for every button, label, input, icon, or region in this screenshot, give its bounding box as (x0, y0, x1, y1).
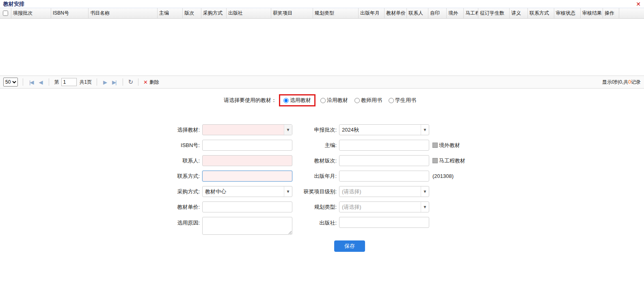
purchase-value: 教材中心 (203, 188, 284, 195)
radio-option-continued-textbook[interactable]: 沿用教材 (320, 97, 348, 104)
publisher-input[interactable] (339, 217, 429, 228)
select-textbook-select[interactable]: ▼ (202, 124, 292, 135)
select-all-cell (0, 8, 11, 18)
page-label-prefix: 第 (54, 79, 59, 86)
radio-selected-textbook[interactable] (283, 98, 289, 103)
radio-student-book[interactable] (389, 98, 394, 103)
contact-input[interactable] (202, 155, 292, 166)
reason-label: 选用原因: (160, 217, 202, 227)
table-body-empty (0, 19, 644, 76)
edition-input[interactable] (339, 155, 429, 166)
pub-date-format-hint: (201308) (432, 173, 454, 179)
delete-x-icon: ✕ (143, 79, 148, 85)
page-number-input[interactable] (61, 78, 77, 86)
editor-input[interactable] (339, 140, 429, 151)
column-header-award[interactable]: 获奖项目 (271, 8, 313, 18)
publisher-label: 出版社: (292, 217, 339, 227)
save-button[interactable]: 保存 (334, 240, 365, 252)
overseas-textbook-label: 境外教材 (439, 142, 460, 149)
column-header-self-print[interactable]: 自印 (428, 8, 447, 18)
column-header-plan-type[interactable]: 规划类型 (313, 8, 359, 18)
column-header-edition[interactable]: 版次 (183, 8, 201, 18)
column-header-price[interactable]: 教材单价 (385, 8, 407, 18)
radio-continued-textbook[interactable] (320, 98, 326, 103)
table-header: 填报批次 ISBN号 书目名称 主编 版次 采购方式 出版社 获奖项目 规划类型… (0, 8, 644, 19)
radio-option-student-book[interactable]: 学生用书 (389, 97, 416, 104)
first-page-button[interactable]: ◀ (28, 79, 35, 85)
column-header-student-count[interactable]: 征订学生数 (478, 8, 510, 18)
contact-method-label: 联系方式: (160, 173, 202, 180)
total-pages-label: 共1页 (79, 79, 92, 86)
refresh-icon[interactable]: ↻ (128, 78, 133, 86)
batch-label: 申报批次: (292, 126, 339, 134)
radio-label: 选用教材 (290, 97, 311, 104)
column-header-actions[interactable]: 操作 (603, 8, 619, 18)
batch-value: 2024秋 (339, 126, 421, 134)
column-header-purchase[interactable]: 采购方式 (201, 8, 227, 18)
column-header-editor[interactable]: 主编 (158, 8, 183, 18)
reason-textarea[interactable] (202, 217, 292, 235)
pub-date-input[interactable] (339, 171, 429, 182)
purchase-select[interactable]: 教材中心 ▼ (202, 186, 292, 197)
separator (49, 78, 49, 86)
column-header-review-status[interactable]: 审核状态 (554, 8, 581, 18)
column-header-ma-project[interactable]: 马工程 (464, 8, 478, 18)
page-title: 教材安排 (3, 0, 24, 8)
contact-label: 联系人: (160, 157, 202, 164)
column-header-handout[interactable]: 讲义 (510, 8, 528, 18)
column-header-isbn[interactable]: ISBN号 (51, 8, 89, 18)
prev-page-button[interactable]: ◀ (37, 79, 44, 85)
separator (138, 78, 138, 86)
price-input[interactable] (202, 201, 292, 212)
price-label: 教材单价: (160, 203, 202, 211)
isbn-label: ISBN号: (160, 142, 202, 149)
radio-option-selected-textbook[interactable]: 选用教材 (279, 94, 316, 106)
record-summary: 显示0到0,共0记录 (602, 79, 641, 86)
chevron-down-icon: ▼ (284, 125, 292, 135)
radio-label: 教师用书 (361, 97, 382, 104)
pagination-bar: 50 ◀ ◀ 第 共1页 ▶ ▶ ↻ ✕ 删除 显示0到0,共0记录 (0, 76, 644, 89)
column-header-pub-date[interactable]: 出版年月 (359, 8, 385, 18)
pub-date-label: 出版年月: (292, 173, 339, 180)
radio-option-teacher-book[interactable]: 教师用书 (354, 97, 382, 104)
delete-button[interactable]: ✕ 删除 (143, 79, 159, 86)
chevron-down-icon: ▼ (421, 186, 429, 197)
plan-type-placeholder: (请选择) (339, 203, 421, 211)
textbook-type-selector: 请选择要使用的教材： 选用教材 沿用教材 教师用书 学生用书 (0, 94, 644, 106)
award-level-label: 获奖项目级别: (292, 188, 339, 195)
column-header-contact-method[interactable]: 联系方式 (528, 8, 554, 18)
chevron-down-icon: ▼ (284, 186, 292, 197)
chevron-down-icon: ▼ (421, 125, 429, 135)
page-size-select[interactable]: 50 (3, 78, 18, 87)
radio-label: 沿用教材 (327, 97, 348, 104)
column-header-book-name[interactable]: 书目名称 (89, 8, 158, 18)
ma-project-textbook-label: 马工程教材 (439, 157, 465, 164)
chevron-down-icon: ▼ (421, 202, 429, 212)
column-header-batch[interactable]: 填报批次 (11, 8, 51, 18)
plan-type-select[interactable]: (请选择) ▼ (339, 201, 429, 212)
radio-teacher-book[interactable] (354, 98, 360, 103)
separator (23, 78, 23, 86)
separator (123, 78, 123, 86)
isbn-input[interactable] (202, 140, 292, 151)
next-page-button[interactable]: ▶ (102, 79, 108, 85)
select-all-checkbox[interactable] (3, 11, 8, 16)
close-icon[interactable]: ✕ (636, 1, 641, 7)
award-level-placeholder: (请选择) (339, 188, 421, 195)
column-header-review-result[interactable]: 审核结果 (581, 8, 603, 18)
edition-label: 教材版次: (292, 157, 339, 164)
radio-label: 学生用书 (395, 97, 416, 104)
delete-button-label: 删除 (149, 79, 159, 86)
last-page-button[interactable]: ▶ (111, 79, 118, 85)
batch-select[interactable]: 2024秋 ▼ (339, 124, 429, 135)
purchase-label: 采购方式: (160, 188, 202, 195)
column-header-publisher[interactable]: 出版社 (227, 8, 271, 18)
contact-method-input[interactable] (202, 171, 292, 182)
select-textbook-label: 选择教材: (160, 126, 202, 134)
overseas-textbook-checkbox[interactable] (432, 143, 438, 148)
window-titlebar: 教材安排 ✕ (0, 0, 644, 8)
column-header-overseas[interactable]: 境外 (447, 8, 464, 18)
award-level-select[interactable]: (请选择) ▼ (339, 186, 429, 197)
column-header-contact[interactable]: 联系人 (407, 8, 428, 18)
ma-project-textbook-checkbox[interactable] (432, 158, 438, 163)
